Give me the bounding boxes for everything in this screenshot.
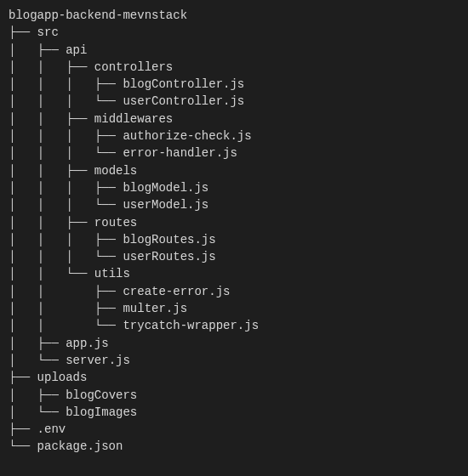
tree-node-name: src	[37, 26, 59, 39]
tree-branch-icon: │ │ │ └──	[9, 94, 123, 108]
tree-line: │ │ └── utils	[9, 265, 459, 282]
tree-line: ├── .env	[9, 421, 459, 438]
tree-line: ├── src	[9, 24, 459, 41]
tree-node-name: blogImages	[66, 405, 137, 419]
tree-node-name: userModel.js	[123, 198, 208, 212]
tree-line: │ │ │ ├── blogRoutes.js	[9, 231, 459, 248]
tree-branch-icon: │ ├──	[9, 337, 66, 350]
tree-node-name: uploads	[37, 371, 88, 384]
tree-node-name: blogController.js	[123, 77, 244, 91]
tree-branch-icon: │ │ │ └──	[9, 146, 123, 160]
tree-node-name: server.js	[66, 354, 130, 367]
tree-branch-icon: │ │ ├──	[9, 112, 94, 126]
tree-line: └── package.json	[9, 438, 459, 455]
tree-node-name: controllers	[94, 60, 173, 74]
tree-line: │ │ │ ├── blogController.js	[9, 76, 459, 93]
tree-branch-icon: ├──	[9, 371, 37, 384]
tree-line: │ │ ├── create-error.js	[9, 283, 459, 300]
tree-branch-icon: │ │ │ ├──	[9, 77, 123, 91]
tree-branch-icon: │ │ ├──	[9, 60, 94, 74]
tree-line: │ │ ├── models	[9, 162, 459, 179]
tree-line: ├── uploads	[9, 369, 459, 386]
tree-line: │ └── blogImages	[9, 404, 459, 421]
tree-branch-icon: │ │ │ └──	[9, 250, 123, 264]
tree-line: │ │ │ └── userModel.js	[9, 196, 459, 213]
tree-node-name: app.js	[66, 337, 108, 350]
tree-branch-icon: ├──	[9, 422, 37, 436]
tree-line: │ ├── api	[9, 42, 459, 59]
tree-line: │ │ │ └── userController.js	[9, 93, 459, 110]
tree-branch-icon: │ │ └──	[9, 319, 123, 332]
tree-line: │ │ │ ├── authorize-check.js	[9, 128, 459, 144]
tree-line: │ ├── app.js	[9, 335, 459, 352]
tree-branch-icon: │ │ └──	[9, 267, 94, 280]
tree-node-name: create-error.js	[123, 285, 230, 298]
tree-node-name: middlewares	[94, 112, 173, 126]
tree-branch-icon: ├──	[9, 26, 37, 39]
tree-node-name: api	[66, 43, 87, 57]
tree-branch-icon: │ │ ├──	[9, 216, 94, 230]
tree-branch-icon: │ │ │ ├──	[9, 181, 123, 195]
tree-line: │ └── server.js	[9, 352, 459, 369]
tree-node-name: userRoutes.js	[123, 250, 215, 264]
tree-line: │ ├── blogCovers	[9, 387, 459, 404]
tree-branch-icon: └──	[9, 439, 37, 453]
tree-node-name: multer.js	[123, 302, 187, 315]
tree-node-name: .env	[37, 422, 66, 436]
tree-branch-icon: │ │ ├──	[9, 164, 94, 178]
tree-branch-icon: │ │ ├──	[9, 302, 123, 315]
tree-node-name: package.json	[37, 439, 123, 453]
tree-line: │ │ ├── multer.js	[9, 300, 459, 317]
tree-node-name: routes	[94, 216, 137, 230]
tree-node-name: blogRoutes.js	[123, 233, 215, 246]
tree-line: │ │ ├── middlewares	[9, 110, 459, 128]
tree-node-name: utils	[94, 267, 130, 280]
tree-branch-icon: │ │ │ ├──	[9, 129, 123, 143]
tree-line: │ │ ├── routes	[9, 214, 459, 231]
tree-node-name: error-handler.js	[123, 146, 237, 160]
file-tree: blogapp-backend-mevnstack├── src│ ├── ap…	[0, 0, 468, 462]
tree-node-name: authorize-check.js	[123, 129, 251, 143]
tree-branch-icon: │ └──	[9, 354, 66, 367]
tree-node-name: trycatch-wrapper.js	[123, 319, 259, 332]
tree-line: │ │ │ ├── blogModel.js	[9, 179, 459, 196]
tree-branch-icon: │ ├──	[9, 43, 66, 57]
tree-node-name: models	[94, 164, 137, 178]
tree-node-name: blogCovers	[66, 388, 137, 402]
tree-branch-icon: │ ├──	[9, 388, 66, 402]
tree-line: │ │ └── trycatch-wrapper.js	[9, 317, 459, 334]
tree-node-name: blogapp-backend-mevnstack	[9, 8, 187, 22]
tree-node-name: blogModel.js	[123, 181, 208, 195]
tree-branch-icon: │ │ │ └──	[9, 198, 123, 212]
tree-line: │ │ │ └── error-handler.js	[9, 144, 459, 162]
tree-line: blogapp-backend-mevnstack	[9, 7, 459, 24]
tree-line: │ │ ├── controllers	[9, 59, 459, 76]
tree-branch-icon: │ │ ├──	[9, 285, 123, 298]
tree-branch-icon: │ │ │ ├──	[9, 233, 123, 246]
tree-branch-icon: │ └──	[9, 405, 66, 419]
tree-node-name: userController.js	[123, 94, 244, 108]
tree-line: │ │ │ └── userRoutes.js	[9, 248, 459, 265]
